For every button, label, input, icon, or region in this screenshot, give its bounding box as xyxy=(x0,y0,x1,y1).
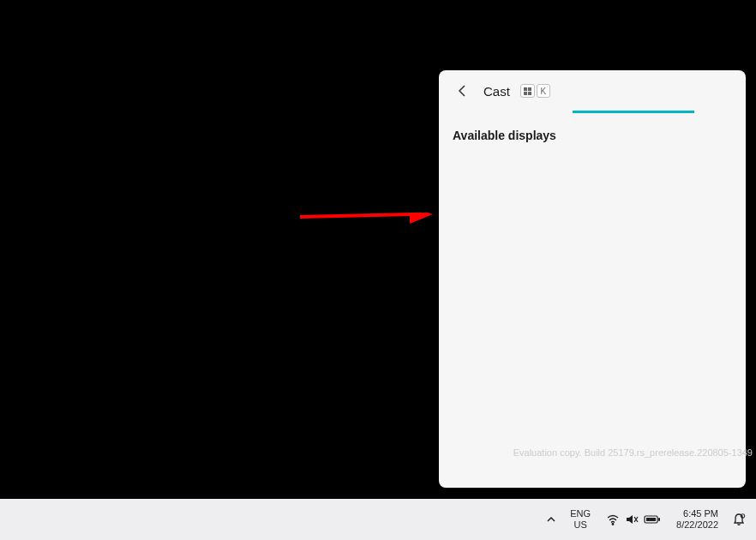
svg-point-6 xyxy=(612,524,614,525)
svg-marker-1 xyxy=(410,213,433,224)
build-watermark: Evaluation copy. Build 25179.rs_prerelea… xyxy=(513,447,753,458)
svg-rect-9 xyxy=(646,518,656,521)
windows-key-badge xyxy=(520,84,535,98)
svg-rect-4 xyxy=(524,91,527,94)
bell-icon: 1 xyxy=(732,513,746,526)
cast-title: Cast xyxy=(483,84,510,99)
k-key-badge: K xyxy=(537,84,550,98)
wifi-icon xyxy=(606,513,620,526)
cast-panel: Cast K Available displays xyxy=(439,70,746,488)
svg-rect-3 xyxy=(528,87,531,91)
language-indicator[interactable]: ENG US xyxy=(563,505,597,534)
available-displays-heading: Available displays xyxy=(453,129,732,142)
back-button[interactable] xyxy=(453,81,473,101)
desktop: Cast K Available displays Evaluation cop… xyxy=(0,0,756,499)
notifications-button[interactable]: 1 xyxy=(727,509,751,530)
svg-rect-8 xyxy=(658,518,660,521)
clock-button[interactable]: 6:45 PM 8/22/2022 xyxy=(669,505,725,534)
svg-rect-2 xyxy=(524,87,527,91)
shortcut-badges: K xyxy=(520,84,550,98)
arrow-left-icon xyxy=(456,84,470,98)
taskbar: ENG US 6:45 PM 8/22/2022 xyxy=(0,499,756,540)
quick-settings-button[interactable] xyxy=(599,509,668,530)
windows-key-icon xyxy=(524,87,531,95)
lang-secondary: US xyxy=(574,519,587,531)
svg-rect-5 xyxy=(528,91,531,94)
clock-date: 8/22/2022 xyxy=(676,519,718,531)
svg-line-0 xyxy=(300,214,411,217)
lang-primary: ENG xyxy=(570,508,591,519)
system-tray: ENG US 6:45 PM 8/22/2022 xyxy=(541,505,751,534)
battery-icon xyxy=(644,513,661,525)
tray-overflow-button[interactable] xyxy=(541,511,561,528)
progress-indicator xyxy=(573,111,694,113)
chevron-up-icon xyxy=(546,514,556,525)
clock-time: 6:45 PM xyxy=(683,508,718,519)
volume-muted-icon xyxy=(625,513,639,526)
cast-header: Cast K xyxy=(453,81,732,101)
arrow-annotation xyxy=(300,213,437,238)
